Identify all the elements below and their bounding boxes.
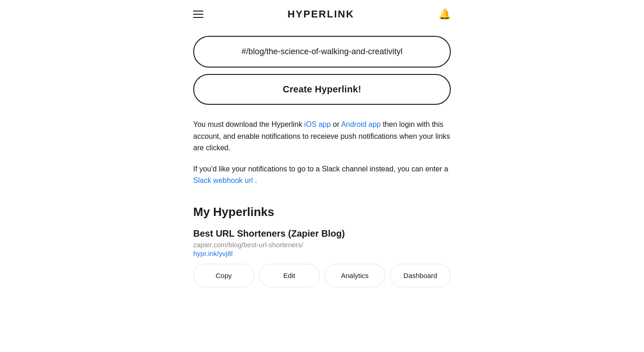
action-buttons-row: Copy Edit Analytics Dashboard — [193, 264, 451, 287]
copy-button[interactable]: Copy — [193, 264, 254, 287]
ios-app-link[interactable]: iOS app — [304, 120, 331, 128]
my-hyperlinks-section: My Hyperlinks Best URL Shorteners (Zapie… — [193, 205, 451, 287]
android-app-link[interactable]: Android app — [341, 120, 380, 128]
app-header: HYPERLINK 🔔 — [193, 0, 451, 28]
hyperlink-title: Best URL Shorteners (Zapier Blog) — [193, 228, 451, 239]
hamburger-menu-icon[interactable] — [193, 11, 203, 18]
slack-webhook-link[interactable]: Slack webhook url — [193, 176, 253, 184]
dashboard-button[interactable]: Dashboard — [390, 264, 451, 287]
info-middle-1: or — [333, 120, 341, 128]
app-title: HYPERLINK — [288, 8, 354, 20]
analytics-button[interactable]: Analytics — [324, 264, 385, 287]
info-prefix-1: You must download the Hyperlink — [193, 120, 304, 128]
info-text-1: You must download the Hyperlink iOS app … — [193, 119, 451, 154]
bell-icon[interactable]: 🔔 — [438, 8, 451, 20]
create-hyperlink-button[interactable]: Create Hyperlink! — [193, 74, 451, 105]
edit-button[interactable]: Edit — [259, 264, 320, 287]
hyperlink-original-url: zapier.com/blog/best-url-shorteners/ — [193, 241, 451, 249]
info-suffix-2: . — [255, 176, 257, 184]
info-text-2: If you'd like your notifications to go t… — [193, 163, 451, 187]
url-input-wrapper — [193, 36, 451, 68]
url-input[interactable] — [207, 47, 437, 57]
my-hyperlinks-title: My Hyperlinks — [193, 205, 451, 219]
info-prefix-2: If you'd like your notifications to go t… — [193, 165, 448, 173]
hyperlink-short-url[interactable]: hypr.ink/yvj8l — [193, 250, 451, 257]
hyperlink-card: Best URL Shorteners (Zapier Blog) zapier… — [193, 228, 451, 287]
